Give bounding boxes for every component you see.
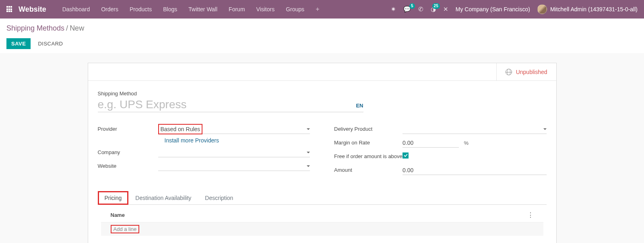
discard-button[interactable]: DISCARD — [38, 41, 63, 47]
breadcrumb-parent[interactable]: Shipping Methods — [6, 24, 64, 32]
globe-icon — [506, 69, 512, 75]
messages-badge: 5 — [409, 3, 415, 9]
tab-destination-availability[interactable]: Destination Availability — [128, 191, 198, 204]
amount-label: Amount — [334, 165, 402, 173]
company-switcher[interactable]: My Company (San Francisco) — [456, 6, 530, 12]
apps-menu-icon[interactable] — [6, 6, 13, 12]
breadcrumb-current: New — [70, 24, 84, 32]
chevron-down-icon — [307, 128, 310, 130]
action-buttons: SAVE DISCARD — [6, 38, 638, 49]
margin-input[interactable] — [402, 138, 459, 148]
user-menu[interactable]: Mitchell Admin (14397431-15-0-all) — [537, 4, 638, 14]
provider-label: Provider — [98, 124, 158, 132]
control-panel: Shipping Methods/New SAVE DISCARD — [0, 19, 644, 53]
tools-icon[interactable]: ✕ — [443, 6, 448, 13]
tab-description[interactable]: Description — [198, 191, 240, 204]
nav-item-visitors[interactable]: Visitors — [251, 0, 281, 19]
nav-item-products[interactable]: Products — [124, 0, 157, 19]
nav-item-add[interactable]: + — [310, 0, 325, 19]
install-providers-link[interactable]: Install more Providers — [158, 134, 219, 145]
form-sheet: Unpublished Shipping Method EN Provider — [88, 63, 557, 243]
breadcrumb: Shipping Methods/New — [6, 24, 638, 33]
chevron-down-icon — [307, 152, 310, 153]
debug-icon[interactable]: ✷ — [391, 6, 396, 13]
messages-icon[interactable]: 💬5 — [403, 6, 411, 13]
sheet-header: Unpublished — [88, 63, 556, 81]
delivery-product-label: Delivery Product — [334, 124, 402, 132]
systray: ✷ 💬5 ✆ ◑25 ✕ My Company (San Francisco) … — [391, 4, 638, 14]
activities-icon[interactable]: ◑25 — [431, 6, 436, 13]
save-button[interactable]: SAVE — [6, 38, 31, 49]
publish-toggle[interactable]: Unpublished — [496, 63, 556, 80]
translate-button[interactable]: EN — [356, 103, 363, 111]
provider-select[interactable]: Based on Rules — [158, 124, 310, 134]
add-line-link[interactable]: Add a line — [111, 225, 140, 233]
nav-item-dashboard[interactable]: Dashboard — [57, 0, 96, 19]
avatar — [537, 4, 547, 14]
nav-item-groups[interactable]: Groups — [280, 0, 310, 19]
top-navbar: Website Dashboard Orders Products Blogs … — [0, 0, 644, 19]
amount-input[interactable] — [402, 165, 547, 175]
company-select[interactable] — [158, 148, 310, 157]
app-brand[interactable]: Website — [19, 5, 46, 14]
margin-suffix: % — [464, 140, 469, 146]
free-if-above-label: Free if order amount is above — [334, 152, 402, 159]
shipping-method-label: Shipping Method — [98, 91, 547, 97]
kebab-menu-icon[interactable]: ⋮ — [527, 211, 534, 219]
nav-item-forum[interactable]: Forum — [223, 0, 250, 19]
user-name: Mitchell Admin (14397431-15-0-all) — [550, 6, 638, 12]
nav-item-twitter-wall[interactable]: Twitter Wall — [183, 0, 223, 19]
chevron-down-icon — [543, 128, 547, 130]
tab-pricing[interactable]: Pricing — [98, 191, 129, 205]
phone-icon[interactable]: ✆ — [418, 6, 423, 13]
pricing-list: Name ⋮ Add a line — [98, 205, 547, 242]
delivery-product-select[interactable] — [402, 124, 547, 134]
company-label: Company — [98, 148, 158, 155]
nav-item-blogs[interactable]: Blogs — [157, 0, 183, 19]
activities-badge: 25 — [432, 3, 440, 9]
chevron-down-icon — [307, 165, 310, 167]
publish-label: Unpublished — [516, 69, 547, 75]
right-column: Delivery Product Margin on Rate % — [334, 124, 547, 179]
left-column: Provider Based on Rules Install more Pro… — [98, 124, 310, 179]
column-header-name: Name — [111, 212, 125, 218]
website-select[interactable] — [158, 161, 310, 171]
nav-item-orders[interactable]: Orders — [95, 0, 124, 19]
shipping-method-input[interactable] — [98, 98, 351, 111]
margin-label: Margin on Rate — [334, 138, 402, 146]
notebook-tabs: Pricing Destination Availability Descrip… — [98, 191, 547, 205]
free-if-above-checkbox[interactable] — [402, 152, 409, 159]
nav-items: Dashboard Orders Products Blogs Twitter … — [57, 0, 325, 19]
website-label: Website — [98, 161, 158, 169]
